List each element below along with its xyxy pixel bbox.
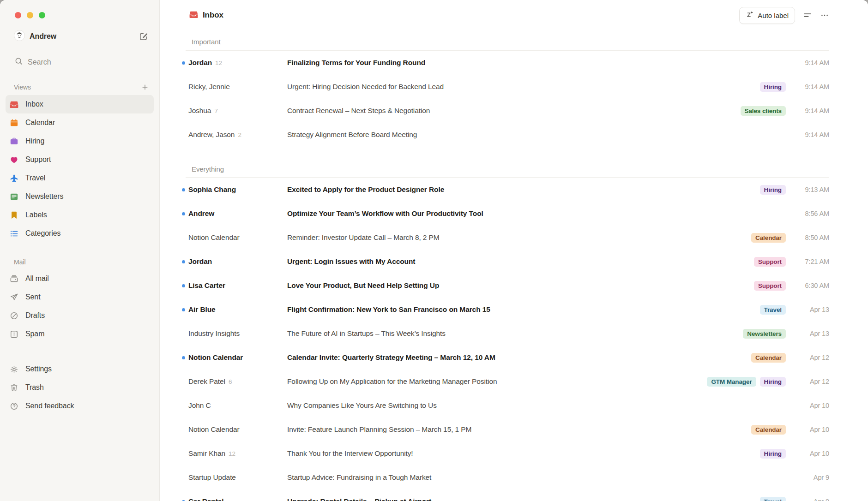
thread-count: 6	[229, 378, 232, 385]
email-row[interactable]: Andrew, Jason2Strategy Alignment Before …	[160, 123, 868, 147]
label-badge[interactable]: Hiring	[760, 377, 786, 387]
email-sender: Notion Calendar	[188, 353, 287, 362]
unread-dot	[182, 188, 188, 191]
email-sender: Sophia Chang	[188, 185, 287, 194]
minimize-button[interactable]	[27, 12, 33, 18]
email-sender: Joshua7	[188, 107, 287, 115]
label-badge[interactable]: Calendar	[751, 233, 786, 243]
thread-count: 7	[214, 107, 217, 114]
email-sender: Derek Patel6	[188, 377, 287, 386]
sidebar-item-inbox[interactable]: Inbox	[6, 95, 154, 113]
display-options-icon[interactable]	[803, 11, 812, 20]
sidebar-item-send-feedback[interactable]: Send feedback	[6, 397, 154, 415]
calendar-icon	[9, 118, 18, 127]
search-input[interactable]: Search	[14, 57, 148, 67]
email-sender: Lisa Carter	[188, 281, 287, 290]
label-badges: Newsletters	[743, 329, 786, 339]
label-badges: Travel	[760, 497, 786, 501]
bookmark-icon	[9, 210, 18, 220]
sidebar-item-label: Calendar	[25, 119, 55, 127]
email-row[interactable]: Notion CalendarInvite: Feature Launch Pl…	[160, 418, 868, 441]
label-badges: Travel	[760, 305, 786, 315]
sidebar-item-trash[interactable]: Trash	[6, 378, 154, 397]
compose-icon[interactable]	[139, 32, 148, 41]
sidebar-item-categories[interactable]: Categories	[6, 224, 154, 243]
sidebar-item-travel[interactable]: Travel	[6, 169, 154, 187]
label-badge[interactable]: Sales clients	[741, 106, 786, 116]
heart-icon	[9, 155, 18, 164]
email-subject: Strategy Alignment Before Board Meeting	[287, 131, 799, 139]
email-row[interactable]: John CWhy Companies Like Yours Are Switc…	[160, 394, 868, 418]
search-placeholder: Search	[28, 58, 51, 66]
search-icon	[14, 57, 23, 67]
email-row[interactable]: Industry InsightsThe Future of AI in Sta…	[160, 322, 868, 346]
sidebar-item-sent[interactable]: Sent	[6, 288, 154, 306]
email-sender: Jordan	[188, 257, 287, 266]
label-badge[interactable]: Support	[754, 257, 786, 267]
email-subject: Urgent: Login Issues with My Account	[287, 257, 754, 266]
label-badge[interactable]: Calendar	[751, 353, 786, 363]
unread-dot	[182, 260, 188, 263]
email-row[interactable]: AndrewOptimize Your Team’s Workflow with…	[160, 202, 868, 226]
email-row[interactable]: Notion CalendarReminder: Investor Update…	[160, 226, 868, 250]
mail-pane: Inbox Auto label ImportantJordan12Finali…	[160, 0, 868, 501]
label-badge[interactable]: Newsletters	[743, 329, 786, 339]
email-row[interactable]: Startup UpdateStartup Advice: Fundraisin…	[160, 465, 868, 489]
sidebar-item-label: All mail	[25, 274, 49, 283]
label-badge[interactable]: Hiring	[760, 449, 786, 459]
email-row[interactable]: Lisa CarterLove Your Product, But Need H…	[160, 274, 868, 298]
email-row[interactable]: Derek Patel6Following Up on My Applicati…	[160, 370, 868, 394]
label-badge[interactable]: Travel	[760, 497, 786, 501]
email-row[interactable]: Car RentalUpgrade: Rental Details – Pick…	[160, 489, 868, 501]
close-button[interactable]	[15, 12, 21, 18]
sidebar-item-drafts[interactable]: Drafts	[6, 306, 154, 325]
email-subject: Startup Advice: Fundraising in a Tough M…	[287, 473, 799, 482]
label-badges: Calendar	[751, 425, 786, 435]
page-title: Inbox	[203, 11, 223, 20]
sidebar-item-spam[interactable]: Spam	[6, 325, 154, 343]
list-header: Inbox Auto label	[160, 0, 868, 26]
email-sender: Car Rental	[188, 497, 287, 501]
auto-label-button[interactable]: Auto label	[739, 7, 795, 24]
label-badge[interactable]: Hiring	[760, 82, 786, 92]
email-row[interactable]: Air BlueFlight Confirmation: New York to…	[160, 298, 868, 322]
email-time: 9:14 AM	[799, 131, 829, 138]
section-header: Everything	[186, 147, 829, 178]
email-row[interactable]: Samir Khan12Thank You for the Interview …	[160, 441, 868, 465]
sidebar-item-label: Trash	[25, 383, 44, 392]
email-row[interactable]: Jordan12Finalizing Terms for Your Fundin…	[160, 51, 868, 75]
email-row[interactable]: Joshua7Contract Renewal – Next Steps & N…	[160, 99, 868, 123]
email-time: Apr 12	[799, 354, 829, 361]
sidebar-item-support[interactable]: Support	[6, 150, 154, 169]
help-icon	[9, 401, 18, 411]
sidebar-item-settings[interactable]: Settings	[6, 360, 154, 378]
inbox-icon	[189, 10, 198, 21]
email-row[interactable]: Ricky, JennieUrgent: Hiring Decision Nee…	[160, 75, 868, 99]
email-row[interactable]: Notion CalendarCalendar Invite: Quarterl…	[160, 346, 868, 370]
label-badge[interactable]: Hiring	[760, 185, 786, 195]
email-row[interactable]: JordanUrgent: Login Issues with My Accou…	[160, 250, 868, 274]
email-sender: John C	[188, 401, 287, 410]
sidebar-item-calendar[interactable]: Calendar	[6, 113, 154, 132]
more-options-icon[interactable]	[820, 11, 829, 20]
email-subject: Urgent: Hiring Decision Needed for Backe…	[287, 83, 760, 91]
label-badges: Hiring	[760, 449, 786, 459]
label-badge[interactable]: GTM Manager	[707, 377, 756, 387]
sidebar-item-label: Sent	[25, 293, 41, 301]
unread-dot	[182, 212, 188, 215]
sidebar-item-newsletters[interactable]: Newsletters	[6, 187, 154, 206]
zoom-button[interactable]	[39, 12, 45, 18]
sidebar-item-all-mail[interactable]: All mail	[6, 269, 154, 288]
sidebar-item-label: Newsletters	[25, 192, 63, 201]
label-badge[interactable]: Calendar	[751, 425, 786, 435]
label-badge[interactable]: Travel	[760, 305, 786, 315]
email-time: Apr 10	[799, 426, 829, 433]
email-row[interactable]: Sophia ChangExcited to Apply for the Pro…	[160, 178, 868, 202]
sidebar: Andrew Search Views InboxCalendarHiringS…	[0, 0, 160, 501]
add-view-button[interactable]	[141, 83, 149, 91]
email-time: Apr 10	[799, 402, 829, 409]
label-badge[interactable]: Support	[754, 281, 786, 291]
sidebar-item-labels[interactable]: Labels	[6, 206, 154, 224]
sidebar-item-hiring[interactable]: Hiring	[6, 132, 154, 150]
email-subject: Optimize Your Team’s Workflow with Our P…	[287, 209, 799, 218]
